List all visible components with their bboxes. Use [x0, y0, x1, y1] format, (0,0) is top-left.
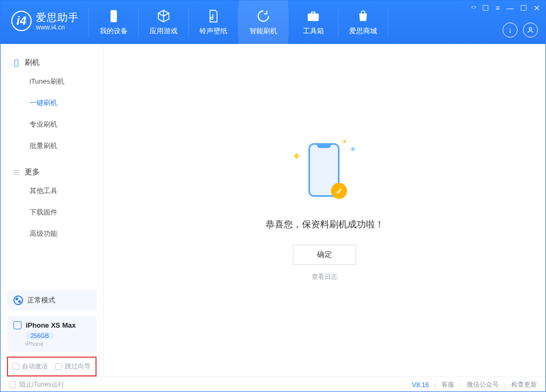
nav-ringtones[interactable]: 铃声壁纸	[189, 1, 238, 44]
mode-icon	[13, 295, 23, 305]
flash-options-highlight: 自动激活 跳过向导	[7, 357, 97, 376]
view-log-link[interactable]: 查看日志	[312, 272, 337, 282]
wechat-link[interactable]: 微信公众号	[467, 380, 499, 389]
block-itunes-checkbox[interactable]	[9, 381, 16, 388]
device-capacity: 256GB	[25, 332, 54, 339]
music-file-icon	[206, 9, 220, 23]
sidebar-title-label: 刷机	[25, 58, 40, 68]
logo-icon: i4	[11, 11, 32, 31]
shirt-icon[interactable]: ⌔	[471, 4, 476, 12]
nav-label: 工具箱	[303, 26, 324, 36]
nav-my-device[interactable]: 我的设备	[89, 1, 138, 44]
nav-flash[interactable]: 智能刷机	[239, 1, 288, 44]
nav-toolbox[interactable]: 工具箱	[289, 1, 338, 44]
svg-rect-1	[113, 20, 115, 20]
skip-guide-label: 跳过向导	[65, 362, 91, 371]
success-illustration: ✓	[292, 139, 357, 203]
window-controls: ⌔ ☐ ≡ — ☐ ✕	[471, 4, 540, 12]
sidebar-item-download-firmware[interactable]: 下载固件	[1, 202, 103, 223]
sidebar-group-flash: 刷机	[1, 55, 103, 71]
nav-apps-games[interactable]: 应用游戏	[139, 1, 188, 44]
sidebar: 刷机 iTunes刷机 一键刷机 专业刷机 批量刷机 更多 其他工具 下载固件 …	[1, 44, 104, 376]
app-header: i4 爱思助手 www.i4.cn 我的设备 应用游戏 铃声壁纸 智能刷机 工具…	[1, 1, 545, 44]
device-info-box[interactable]: iPhone XS Max 256GB iPhone	[7, 316, 97, 352]
support-link[interactable]: 客服	[441, 380, 454, 389]
device-icon	[13, 321, 21, 329]
svg-rect-4	[308, 17, 319, 17]
auto-activate-checkbox[interactable]	[12, 363, 19, 370]
sidebar-item-one-click-flash[interactable]: 一键刷机	[1, 92, 103, 114]
sidebar-group-more: 更多	[1, 164, 103, 180]
app-title: 爱思助手	[36, 11, 79, 25]
mode-label: 正常模式	[27, 295, 55, 305]
check-badge-icon: ✓	[331, 183, 347, 199]
user-button[interactable]	[523, 23, 538, 38]
sidebar-title-label: 更多	[25, 167, 40, 177]
nav-label: 智能刷机	[249, 26, 277, 36]
sidebar-item-itunes-flash[interactable]: iTunes刷机	[1, 71, 103, 92]
svg-rect-3	[312, 12, 315, 13]
device-name: iPhone XS Max	[26, 321, 76, 329]
bag-icon	[356, 9, 370, 23]
close-button[interactable]: ✕	[534, 4, 540, 12]
refresh-shield-icon	[256, 9, 270, 23]
nav-label: 铃声壁纸	[200, 26, 227, 36]
sidebar-item-batch-flash[interactable]: 批量刷机	[1, 135, 103, 157]
version-label: V8.16	[412, 381, 429, 389]
header-actions: ↓	[503, 23, 538, 38]
nav-label: 爱思商城	[349, 26, 377, 36]
logo: i4 爱思助手 www.i4.cn	[1, 11, 88, 31]
phone-outline-icon	[12, 59, 20, 67]
nav-label: 我的设备	[100, 26, 128, 36]
maximize-button[interactable]: ☐	[520, 4, 527, 12]
block-itunes-label: 阻止iTunes运行	[19, 380, 64, 389]
list-icon	[12, 168, 20, 176]
menu-icon[interactable]: ≡	[496, 4, 500, 12]
nav-store[interactable]: 爱思商城	[338, 1, 388, 44]
device-type: iPhone	[25, 341, 90, 347]
check-update-link[interactable]: 检查更新	[511, 380, 537, 389]
sidebar-item-advanced[interactable]: 高级功能	[1, 223, 103, 245]
cube-icon	[157, 9, 171, 23]
success-message: 恭喜您，保资料刷机成功啦！	[265, 218, 384, 231]
svg-rect-6	[14, 60, 18, 66]
sidebar-item-other-tools[interactable]: 其他工具	[1, 180, 103, 202]
main-content: ✓ 恭喜您，保资料刷机成功啦！ 确定 查看日志	[104, 44, 545, 376]
auto-activate-label: 自动激活	[22, 362, 48, 371]
feedback-icon[interactable]: ☐	[482, 4, 489, 12]
sidebar-item-pro-flash[interactable]: 专业刷机	[1, 114, 103, 135]
download-button[interactable]: ↓	[503, 23, 518, 38]
briefcase-icon	[306, 9, 320, 23]
nav-label: 应用游戏	[150, 26, 178, 36]
phone-icon	[107, 9, 121, 23]
minimize-button[interactable]: —	[506, 4, 514, 12]
svg-point-5	[529, 27, 532, 30]
device-mode-box[interactable]: 正常模式	[7, 290, 97, 310]
status-bar: 阻止iTunes运行 V8.16 | 客服 | 微信公众号 | 检查更新	[1, 376, 545, 392]
skip-guide-checkbox[interactable]	[55, 363, 62, 370]
app-url: www.i4.cn	[36, 24, 79, 31]
confirm-button[interactable]: 确定	[293, 245, 356, 265]
main-nav: 我的设备 应用游戏 铃声壁纸 智能刷机 工具箱 爱思商城	[88, 1, 388, 44]
